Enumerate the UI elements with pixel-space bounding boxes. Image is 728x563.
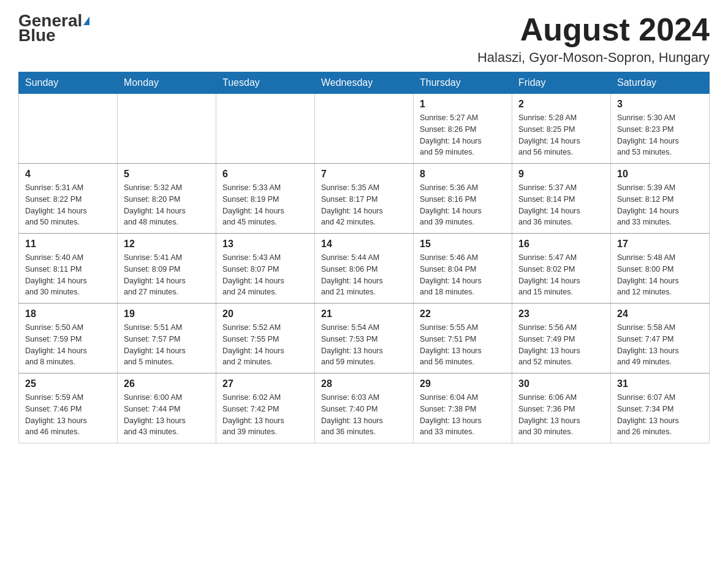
day-info: Sunrise: 5:56 AM Sunset: 7:49 PM Dayligh… (518, 322, 604, 368)
day-number: 20 (222, 308, 308, 320)
day-info: Sunrise: 6:00 AM Sunset: 7:44 PM Dayligh… (124, 392, 210, 438)
logo: General Blue (18, 12, 89, 44)
calendar-cell: 8Sunrise: 5:36 AM Sunset: 8:16 PM Daylig… (414, 164, 512, 234)
calendar-table: SundayMondayTuesdayWednesdayThursdayFrid… (18, 72, 710, 443)
day-number: 28 (321, 378, 407, 389)
page-header: General Blue August 2024 Halaszi, Gyor-M… (18, 12, 710, 66)
calendar-cell: 22Sunrise: 5:55 AM Sunset: 7:51 PM Dayli… (414, 304, 512, 373)
weekday-header-thursday: Thursday (414, 72, 512, 94)
day-number: 27 (222, 378, 308, 389)
calendar-cell: 18Sunrise: 5:50 AM Sunset: 7:59 PM Dayli… (19, 304, 118, 373)
day-info: Sunrise: 6:04 AM Sunset: 7:38 PM Dayligh… (420, 392, 506, 438)
calendar-cell: 2Sunrise: 5:28 AM Sunset: 8:25 PM Daylig… (512, 94, 611, 164)
day-number: 30 (518, 378, 604, 389)
calendar-cell: 27Sunrise: 6:02 AM Sunset: 7:42 PM Dayli… (216, 373, 315, 443)
calendar-cell: 20Sunrise: 5:52 AM Sunset: 7:55 PM Dayli… (216, 304, 315, 373)
day-number: 21 (321, 308, 407, 320)
month-title: August 2024 (477, 12, 710, 47)
day-number: 18 (25, 308, 111, 320)
day-info: Sunrise: 5:36 AM Sunset: 8:16 PM Dayligh… (420, 182, 506, 228)
calendar-cell: 1Sunrise: 5:27 AM Sunset: 8:26 PM Daylig… (414, 94, 512, 164)
calendar-cell: 17Sunrise: 5:48 AM Sunset: 8:00 PM Dayli… (611, 234, 710, 304)
day-info: Sunrise: 5:27 AM Sunset: 8:26 PM Dayligh… (420, 112, 506, 158)
weekday-header-row: SundayMondayTuesdayWednesdayThursdayFrid… (19, 72, 710, 94)
day-info: Sunrise: 5:54 AM Sunset: 7:53 PM Dayligh… (321, 322, 407, 368)
day-info: Sunrise: 5:58 AM Sunset: 7:47 PM Dayligh… (617, 322, 703, 368)
day-number: 4 (25, 169, 111, 180)
location-title: Halaszi, Gyor-Moson-Sopron, Hungary (477, 50, 710, 66)
day-info: Sunrise: 6:03 AM Sunset: 7:40 PM Dayligh… (321, 392, 407, 438)
calendar-cell (19, 94, 118, 164)
day-number: 8 (420, 169, 506, 180)
day-number: 13 (222, 239, 308, 250)
day-info: Sunrise: 5:55 AM Sunset: 7:51 PM Dayligh… (420, 322, 506, 368)
weekday-header-wednesday: Wednesday (315, 72, 414, 94)
day-number: 10 (617, 169, 703, 180)
day-number: 31 (617, 378, 703, 389)
calendar-cell (315, 94, 414, 164)
calendar-cell: 26Sunrise: 6:00 AM Sunset: 7:44 PM Dayli… (118, 373, 216, 443)
day-number: 26 (124, 378, 210, 389)
day-number: 25 (25, 378, 111, 389)
calendar-cell: 31Sunrise: 6:07 AM Sunset: 7:34 PM Dayli… (611, 373, 710, 443)
day-number: 1 (420, 99, 506, 110)
calendar-week-row-4: 18Sunrise: 5:50 AM Sunset: 7:59 PM Dayli… (19, 304, 710, 373)
calendar-cell: 12Sunrise: 5:41 AM Sunset: 8:09 PM Dayli… (118, 234, 216, 304)
day-info: Sunrise: 6:07 AM Sunset: 7:34 PM Dayligh… (617, 392, 703, 438)
calendar-cell: 21Sunrise: 5:54 AM Sunset: 7:53 PM Dayli… (315, 304, 414, 373)
weekday-header-monday: Monday (118, 72, 216, 94)
day-info: Sunrise: 5:44 AM Sunset: 8:06 PM Dayligh… (321, 252, 407, 298)
weekday-header-tuesday: Tuesday (216, 72, 315, 94)
day-info: Sunrise: 5:48 AM Sunset: 8:00 PM Dayligh… (617, 252, 703, 298)
logo-triangle-icon (83, 17, 89, 25)
calendar-week-row-5: 25Sunrise: 5:59 AM Sunset: 7:46 PM Dayli… (19, 373, 710, 443)
day-info: Sunrise: 5:40 AM Sunset: 8:11 PM Dayligh… (25, 252, 111, 298)
calendar-cell: 10Sunrise: 5:39 AM Sunset: 8:12 PM Dayli… (611, 164, 710, 234)
calendar-cell: 3Sunrise: 5:30 AM Sunset: 8:23 PM Daylig… (611, 94, 710, 164)
calendar-cell: 24Sunrise: 5:58 AM Sunset: 7:47 PM Dayli… (611, 304, 710, 373)
day-info: Sunrise: 5:39 AM Sunset: 8:12 PM Dayligh… (617, 182, 703, 228)
calendar-cell (216, 94, 315, 164)
day-info: Sunrise: 6:06 AM Sunset: 7:36 PM Dayligh… (518, 392, 604, 438)
day-number: 17 (617, 239, 703, 250)
calendar-cell: 6Sunrise: 5:33 AM Sunset: 8:19 PM Daylig… (216, 164, 315, 234)
day-info: Sunrise: 5:50 AM Sunset: 7:59 PM Dayligh… (25, 322, 111, 368)
logo-text-blue: Blue (18, 27, 56, 44)
weekday-header-sunday: Sunday (19, 72, 118, 94)
calendar-cell: 7Sunrise: 5:35 AM Sunset: 8:17 PM Daylig… (315, 164, 414, 234)
calendar-cell: 5Sunrise: 5:32 AM Sunset: 8:20 PM Daylig… (118, 164, 216, 234)
weekday-header-friday: Friday (512, 72, 611, 94)
day-info: Sunrise: 5:47 AM Sunset: 8:02 PM Dayligh… (518, 252, 604, 298)
day-info: Sunrise: 5:46 AM Sunset: 8:04 PM Dayligh… (420, 252, 506, 298)
day-number: 23 (518, 308, 604, 320)
day-number: 7 (321, 169, 407, 180)
day-info: Sunrise: 5:35 AM Sunset: 8:17 PM Dayligh… (321, 182, 407, 228)
day-info: Sunrise: 5:51 AM Sunset: 7:57 PM Dayligh… (124, 322, 210, 368)
calendar-cell: 28Sunrise: 6:03 AM Sunset: 7:40 PM Dayli… (315, 373, 414, 443)
calendar-cell: 25Sunrise: 5:59 AM Sunset: 7:46 PM Dayli… (19, 373, 118, 443)
day-number: 16 (518, 239, 604, 250)
day-number: 3 (617, 99, 703, 110)
calendar-cell: 16Sunrise: 5:47 AM Sunset: 8:02 PM Dayli… (512, 234, 611, 304)
calendar-cell: 29Sunrise: 6:04 AM Sunset: 7:38 PM Dayli… (414, 373, 512, 443)
calendar-week-row-1: 1Sunrise: 5:27 AM Sunset: 8:26 PM Daylig… (19, 94, 710, 164)
calendar-cell (118, 94, 216, 164)
day-number: 15 (420, 239, 506, 250)
day-number: 29 (420, 378, 506, 389)
day-info: Sunrise: 5:28 AM Sunset: 8:25 PM Dayligh… (518, 112, 604, 158)
day-number: 11 (25, 239, 111, 250)
day-info: Sunrise: 5:30 AM Sunset: 8:23 PM Dayligh… (617, 112, 703, 158)
day-info: Sunrise: 5:52 AM Sunset: 7:55 PM Dayligh… (222, 322, 308, 368)
day-number: 24 (617, 308, 703, 320)
day-info: Sunrise: 5:37 AM Sunset: 8:14 PM Dayligh… (518, 182, 604, 228)
day-number: 22 (420, 308, 506, 320)
calendar-cell: 9Sunrise: 5:37 AM Sunset: 8:14 PM Daylig… (512, 164, 611, 234)
calendar-week-row-2: 4Sunrise: 5:31 AM Sunset: 8:22 PM Daylig… (19, 164, 710, 234)
day-info: Sunrise: 5:59 AM Sunset: 7:46 PM Dayligh… (25, 392, 111, 438)
day-number: 6 (222, 169, 308, 180)
day-info: Sunrise: 6:02 AM Sunset: 7:42 PM Dayligh… (222, 392, 308, 438)
calendar-cell: 4Sunrise: 5:31 AM Sunset: 8:22 PM Daylig… (19, 164, 118, 234)
calendar-week-row-3: 11Sunrise: 5:40 AM Sunset: 8:11 PM Dayli… (19, 234, 710, 304)
day-number: 19 (124, 308, 210, 320)
calendar-cell: 14Sunrise: 5:44 AM Sunset: 8:06 PM Dayli… (315, 234, 414, 304)
